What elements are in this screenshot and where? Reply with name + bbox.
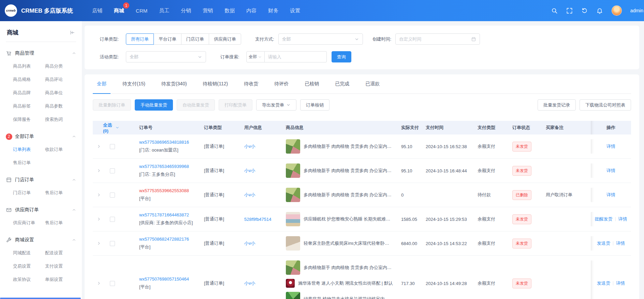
order-status-tab[interactable]: 已完成 bbox=[331, 74, 353, 94]
user-link[interactable]: 小v小 bbox=[244, 168, 255, 173]
row-checkbox[interactable] bbox=[110, 281, 115, 286]
order-number-link[interactable]: wx577538696534818816 bbox=[139, 140, 189, 145]
expand-row-icon[interactable] bbox=[97, 241, 101, 246]
order-number-link[interactable]: wx577508682472882176 bbox=[139, 237, 189, 242]
query-button[interactable]: 查询 bbox=[332, 51, 351, 62]
sidebar-item[interactable]: 搜索热词 bbox=[45, 116, 77, 123]
expand-row-icon[interactable] bbox=[97, 168, 101, 173]
sidebar-item[interactable]: 配送设置 bbox=[45, 250, 77, 256]
notification-bell-icon[interactable] bbox=[596, 7, 603, 14]
order-action-link[interactable]: 详情 bbox=[618, 216, 627, 222]
user-link[interactable]: 小v小 bbox=[244, 144, 255, 149]
order-status-tab[interactable]: 待发货(340) bbox=[157, 74, 191, 94]
order-action-link[interactable]: 详情 bbox=[606, 192, 615, 198]
toolbar-button[interactable]: 导出发货单 bbox=[256, 99, 296, 111]
sidebar-item[interactable]: 保障服务 bbox=[13, 116, 45, 123]
order-type-option[interactable]: 所有订单 bbox=[126, 33, 154, 45]
activity-type-select[interactable]: 全部 bbox=[126, 51, 206, 62]
order-status-tab[interactable]: 待核销(112) bbox=[199, 74, 232, 94]
sidebar-item[interactable]: 单据设置 bbox=[45, 276, 77, 283]
expand-row-icon[interactable] bbox=[97, 217, 101, 222]
expand-row-icon[interactable] bbox=[97, 193, 101, 197]
nav-item[interactable]: 商城 1 bbox=[114, 0, 124, 21]
sidebar-item[interactable]: 供应商订单 bbox=[13, 220, 45, 226]
sidebar-group-header[interactable]: 商品管理 bbox=[0, 45, 82, 61]
order-status-tab[interactable]: 已核销 bbox=[301, 74, 323, 94]
nav-item[interactable]: 内容 bbox=[246, 0, 257, 21]
nav-item[interactable]: 营销 bbox=[203, 0, 213, 21]
search-icon[interactable] bbox=[551, 8, 558, 14]
sidebar-item[interactable]: 商品单位 bbox=[45, 90, 77, 96]
search-scope-select[interactable]: 全部 bbox=[246, 51, 265, 62]
nav-item[interactable]: CRM bbox=[136, 0, 147, 21]
expand-row-icon[interactable] bbox=[97, 281, 101, 286]
sidebar-item[interactable]: 收款订单 bbox=[45, 146, 77, 153]
nav-item[interactable]: 数据 bbox=[224, 0, 235, 21]
order-status-tab[interactable]: 已退款 bbox=[361, 74, 384, 94]
sidebar-group-header[interactable]: 门店订单 bbox=[0, 172, 82, 188]
toolbar-button[interactable]: 下载物流公司对照表 bbox=[580, 99, 631, 111]
toolbar-button[interactable]: 订单核销 bbox=[300, 99, 330, 111]
sidebar-item[interactable]: 商品参数 bbox=[45, 103, 77, 109]
row-checkbox[interactable] bbox=[110, 217, 115, 222]
nav-item[interactable]: 分销 bbox=[181, 0, 191, 21]
order-status-tab[interactable]: 待收货 bbox=[240, 74, 262, 94]
sidebar-item[interactable]: 售后订单 bbox=[45, 220, 77, 226]
scrollbar-thumb[interactable] bbox=[0, 298, 81, 299]
pay-method-select[interactable]: 全部 bbox=[278, 33, 363, 45]
search-input[interactable]: 请输入 bbox=[265, 51, 327, 62]
order-number-link[interactable]: wx577507698057150464 bbox=[139, 276, 189, 282]
order-status-tab[interactable]: 全部 bbox=[93, 74, 111, 94]
sidebar-item[interactable]: 商品分类 bbox=[45, 63, 77, 69]
sidebar-item[interactable]: 同城配送 bbox=[13, 250, 45, 256]
sidebar-item[interactable]: 商品列表 bbox=[13, 63, 45, 69]
toolbar-button[interactable]: 自动批量发货 bbox=[177, 99, 215, 111]
order-number-link[interactable]: wx577517871664463872 bbox=[139, 212, 189, 217]
order-action-link[interactable]: 详情 bbox=[616, 280, 625, 286]
sidebar-item[interactable]: 售后订单 bbox=[13, 160, 45, 166]
toolbar-button[interactable]: 批量删除订单 bbox=[93, 99, 131, 111]
order-status-tab[interactable]: 待支付(15) bbox=[118, 74, 149, 94]
row-checkbox[interactable] bbox=[110, 168, 115, 173]
nav-item[interactable]: 设置 bbox=[290, 0, 300, 21]
user-avatar[interactable] bbox=[612, 5, 622, 16]
sidebar-group-header[interactable]: 商城设置 bbox=[0, 232, 82, 248]
toolbar-button[interactable]: 批量发货记录 bbox=[538, 99, 576, 111]
select-all-control[interactable]: 全选(0) bbox=[93, 122, 119, 133]
user-link[interactable]: 小v小 bbox=[244, 241, 255, 246]
sidebar-item[interactable]: 商品品牌 bbox=[13, 90, 45, 96]
sidebar-item[interactable]: 门店订单 bbox=[13, 190, 45, 196]
order-action-link[interactable]: 提醒发货 bbox=[595, 216, 613, 222]
refresh-icon[interactable] bbox=[581, 8, 588, 14]
order-status-tab[interactable]: 待评价 bbox=[270, 74, 293, 94]
nav-item[interactable]: 财务 bbox=[268, 0, 278, 21]
order-action-link[interactable]: 发送货 bbox=[597, 240, 610, 246]
sidebar-group-header[interactable]: 2 全部订单 bbox=[0, 129, 82, 144]
create-time-input[interactable]: 自定义时间 bbox=[395, 33, 480, 45]
fullscreen-icon[interactable] bbox=[566, 8, 573, 14]
order-action-link[interactable]: 详情 bbox=[606, 143, 615, 150]
order-number-link[interactable]: wx577535539662553088 bbox=[139, 188, 189, 193]
sidebar-item[interactable]: 商品评论 bbox=[45, 76, 77, 83]
sidebar-item[interactable]: 订单列表 bbox=[13, 146, 45, 153]
toolbar-button[interactable]: 手动批量发货 bbox=[135, 99, 173, 111]
order-type-option[interactable]: 供应商订单 bbox=[209, 33, 241, 45]
row-checkbox[interactable] bbox=[110, 144, 115, 149]
collapse-sidebar-icon[interactable] bbox=[69, 30, 75, 35]
order-type-option[interactable]: 平台订单 bbox=[153, 33, 181, 45]
user-link[interactable]: 528f9fb47514 bbox=[244, 217, 272, 222]
sidebar-item[interactable]: 商品规格 bbox=[13, 76, 45, 83]
row-checkbox[interactable] bbox=[110, 193, 115, 198]
expand-row-icon[interactable] bbox=[97, 144, 101, 149]
order-action-link[interactable]: 详情 bbox=[606, 168, 615, 174]
sidebar-item[interactable]: 支付设置 bbox=[45, 263, 77, 269]
order-action-link[interactable]: 详情 bbox=[616, 240, 625, 246]
sidebar-item[interactable]: 商品标签 bbox=[13, 103, 45, 109]
order-number-link[interactable]: wx577537653465939968 bbox=[139, 164, 189, 169]
sidebar-item[interactable]: 政策协议 bbox=[13, 276, 45, 283]
sidebar-item[interactable]: 售后订单 bbox=[45, 190, 77, 196]
sidebar-item[interactable]: 交易设置 bbox=[13, 263, 45, 269]
username[interactable]: admin bbox=[630, 8, 643, 13]
row-checkbox[interactable] bbox=[110, 241, 115, 246]
order-action-link[interactable]: 发送货 bbox=[597, 280, 610, 286]
